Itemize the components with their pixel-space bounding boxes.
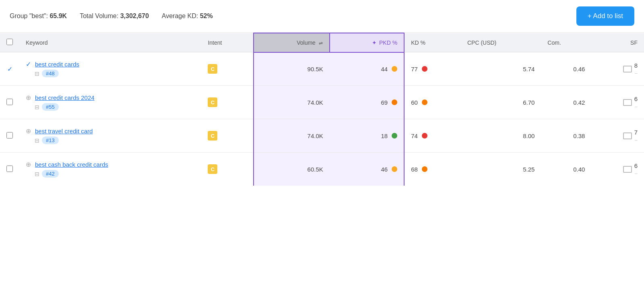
row-checkbox-cell <box>0 86 19 119</box>
volume-filter-icon[interactable]: ⇌ <box>319 40 323 46</box>
pkd-dot <box>392 133 397 139</box>
sf-cell: 6-- <box>591 153 644 186</box>
cpc-cell: 6.70 <box>461 86 541 119</box>
copy-icon[interactable]: ⊟ <box>35 171 39 177</box>
col-header-cpc: CPC (USD) <box>461 33 541 52</box>
row-checkbox-cell <box>0 119 19 153</box>
keyword-cell: ⊕ best travel credit card ⊟ #13 <box>19 119 201 153</box>
sf-content: 7-- <box>598 129 638 143</box>
screenshot-icon[interactable] <box>623 166 632 173</box>
pkd-cell: 18 <box>330 119 404 153</box>
sf-value: 6-- <box>634 95 638 109</box>
row-checkbox[interactable] <box>6 166 13 172</box>
keyword-table-container: Keyword Intent Volume ⇌ ✦ PKD % KD % CPC… <box>0 33 644 186</box>
pkd-value: 18 <box>336 132 397 139</box>
kd-dot <box>422 66 427 72</box>
kd-cell: 74 <box>404 119 461 153</box>
keyword-link[interactable]: best travel credit card <box>35 128 93 134</box>
pkd-cell: 69 <box>330 86 404 119</box>
pkd-value: 44 <box>336 66 397 72</box>
keyword-link[interactable]: best credit cards <box>35 61 79 68</box>
keyword-plus-icon: ⊕ <box>26 161 31 168</box>
sf-cell: 8-- <box>591 52 644 86</box>
cpc-cell: 5.74 <box>461 52 541 86</box>
keyword-link[interactable]: best credit cards 2024 <box>35 94 95 101</box>
col-header-pkd[interactable]: ✦ PKD % <box>330 33 404 52</box>
sf-content: 6-- <box>598 95 638 109</box>
group-label: Group "best": <box>10 12 48 19</box>
select-all-checkbox[interactable] <box>6 39 13 45</box>
kd-label: Average KD: <box>162 12 198 19</box>
sf-value: 7-- <box>634 129 638 143</box>
copy-icon[interactable]: ⊟ <box>35 104 39 110</box>
checked-icon: ✓ <box>7 66 12 72</box>
sf-value: 8-- <box>634 62 638 76</box>
intent-badge: C <box>208 164 217 174</box>
col-header-intent: Intent <box>201 33 254 52</box>
sparkle-icon: ✦ <box>372 39 377 46</box>
keyword-cell: ⊕ best cash back credit cards ⊟ #42 <box>19 153 201 186</box>
screenshot-icon[interactable] <box>623 132 632 139</box>
col-header-keyword: Keyword <box>19 33 201 52</box>
stats-section: Group "best": 65.9K Total Volume: 3,302,… <box>10 12 213 20</box>
volume-label: Total Volume: <box>80 12 118 19</box>
keyword-plus-icon: ⊕ <box>26 94 31 101</box>
intent-badge: C <box>208 97 217 107</box>
sf-content: 8-- <box>598 62 638 76</box>
col-header-checkbox[interactable] <box>0 33 19 52</box>
cpc-cell: 5.25 <box>461 153 541 186</box>
table-row: ⊕ best credit cards 2024 ⊟ #55 C74.0K 69… <box>0 86 644 119</box>
volume-stat: Total Volume: 3,302,670 <box>80 12 149 20</box>
col-header-com: Com. <box>541 33 591 52</box>
col-header-volume[interactable]: Volume ⇌ <box>254 33 329 52</box>
pkd-dot <box>392 166 397 172</box>
group-value: 65.9K <box>50 12 67 19</box>
volume-cell: 74.0K <box>254 86 329 119</box>
keyword-check-icon: ✓ <box>26 60 31 68</box>
keyword-cell: ✓ best credit cards ⊟ #48 <box>19 52 201 86</box>
volume-value: 3,302,670 <box>120 12 149 19</box>
keyword-plus-icon: ⊕ <box>26 127 31 135</box>
kd-value: 74 <box>411 132 454 139</box>
row-checkbox-cell: ✓ <box>0 52 19 86</box>
kd-value: 77 <box>411 66 454 72</box>
keyword-table: Keyword Intent Volume ⇌ ✦ PKD % KD % CPC… <box>0 33 644 186</box>
keyword-meta: ⊟ #48 <box>35 70 195 77</box>
row-checkbox[interactable] <box>6 132 13 139</box>
rank-badge: #42 <box>42 170 59 178</box>
sf-value: 6-- <box>634 162 638 176</box>
screenshot-icon[interactable] <box>623 66 632 72</box>
intent-cell: C <box>201 52 254 86</box>
keyword-cell: ⊕ best credit cards 2024 ⊟ #55 <box>19 86 201 119</box>
kd-cell: 60 <box>404 86 461 119</box>
rank-badge: #48 <box>42 70 59 77</box>
pkd-dot <box>392 66 397 72</box>
row-checkbox[interactable] <box>6 99 13 105</box>
pkd-cell: 44 <box>330 52 404 86</box>
kd-value: 68 <box>411 166 454 173</box>
keyword-row-content: ✓ best credit cards <box>26 60 195 68</box>
cpc-cell: 8.00 <box>461 119 541 153</box>
copy-icon[interactable]: ⊟ <box>35 70 39 77</box>
kd-cell: 77 <box>404 52 461 86</box>
copy-icon[interactable]: ⊟ <box>35 137 39 144</box>
kd-value: 52% <box>200 12 213 19</box>
keyword-link[interactable]: best cash back credit cards <box>35 161 108 168</box>
kd-cell: 68 <box>404 153 461 186</box>
com-cell: 0.40 <box>541 153 591 186</box>
pkd-cell: 46 <box>330 153 404 186</box>
intent-badge: C <box>208 131 217 141</box>
keyword-meta: ⊟ #13 <box>35 137 195 144</box>
rank-badge: #13 <box>42 137 59 144</box>
screenshot-icon[interactable] <box>623 99 632 106</box>
col-header-sf: SF <box>591 33 644 52</box>
pkd-dot <box>392 99 397 105</box>
intent-cell: C <box>201 86 254 119</box>
com-cell: 0.46 <box>541 52 591 86</box>
keyword-meta: ⊟ #55 <box>35 103 195 111</box>
kd-dot <box>422 166 427 172</box>
add-to-list-button[interactable]: + Add to list <box>576 6 634 26</box>
intent-cell: C <box>201 119 254 153</box>
keyword-meta: ⊟ #42 <box>35 170 195 178</box>
top-bar: Group "best": 65.9K Total Volume: 3,302,… <box>0 0 644 33</box>
